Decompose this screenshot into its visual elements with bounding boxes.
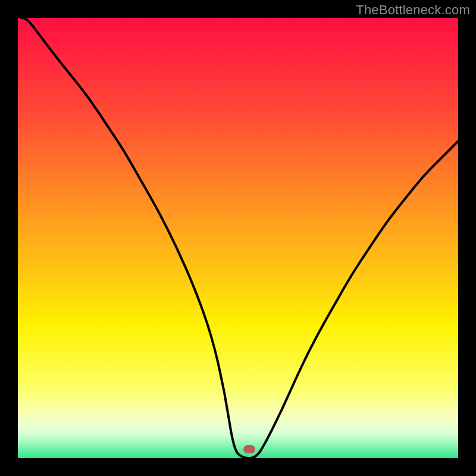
chart-frame: TheBottleneck.com [0, 0, 476, 476]
plot-area [18, 18, 458, 458]
bottleneck-curve-svg [18, 18, 458, 458]
attribution-label: TheBottleneck.com [356, 2, 470, 18]
optimal-point-marker [243, 445, 255, 453]
bottleneck-curve [18, 18, 458, 458]
